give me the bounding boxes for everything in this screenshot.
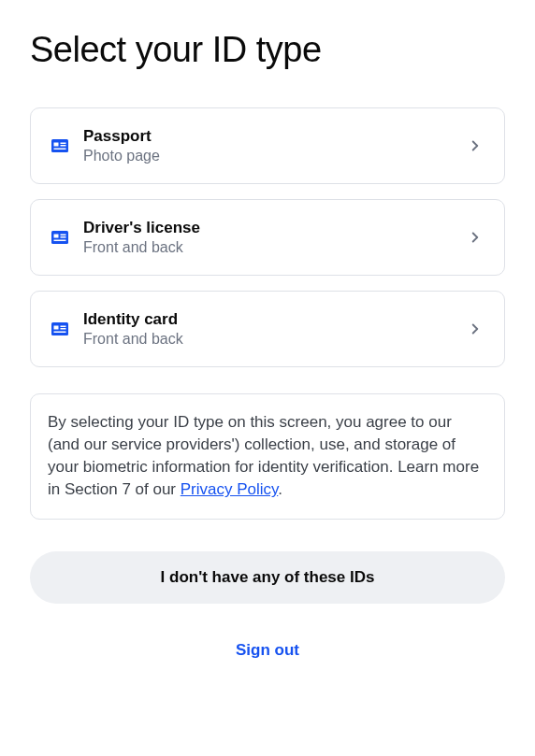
id-card-icon — [51, 139, 68, 152]
chevron-right-icon — [467, 321, 484, 337]
chevron-right-icon — [467, 137, 484, 154]
id-option-subtitle: Front and back — [83, 331, 467, 348]
disclaimer-box: By selecting your ID type on this screen… — [30, 393, 505, 520]
svg-rect-8 — [61, 236, 66, 238]
id-option-passport[interactable]: Passport Photo page — [30, 107, 505, 184]
page-title: Select your ID type — [30, 30, 505, 70]
id-option-text: Passport Photo page — [83, 127, 467, 164]
id-option-drivers-license[interactable]: Driver's license Front and back — [30, 199, 505, 276]
id-option-text: Identity card Front and back — [83, 310, 467, 348]
id-option-text: Driver's license Front and back — [83, 219, 467, 256]
id-option-identity-card[interactable]: Identity card Front and back — [30, 291, 505, 367]
svg-rect-11 — [54, 326, 59, 330]
id-card-icon — [51, 231, 68, 244]
disclaimer-text-after: . — [278, 480, 282, 498]
svg-rect-2 — [61, 143, 66, 145]
id-option-title: Identity card — [83, 310, 467, 329]
no-id-button[interactable]: I don't have any of these IDs — [30, 551, 505, 604]
svg-rect-1 — [54, 143, 59, 147]
id-option-subtitle: Photo page — [83, 148, 467, 164]
privacy-policy-link[interactable]: Privacy Policy — [181, 480, 279, 498]
id-option-subtitle: Front and back — [83, 239, 467, 256]
svg-rect-4 — [54, 149, 66, 150]
svg-rect-14 — [54, 332, 66, 334]
svg-rect-3 — [61, 145, 66, 147]
svg-rect-7 — [61, 235, 66, 236]
svg-rect-12 — [61, 326, 66, 328]
svg-rect-6 — [54, 235, 59, 238]
svg-rect-9 — [54, 240, 66, 242]
id-option-title: Passport — [83, 127, 467, 146]
chevron-right-icon — [467, 229, 484, 246]
id-option-title: Driver's license — [83, 219, 467, 237]
svg-rect-13 — [61, 328, 66, 330]
id-card-icon — [51, 322, 68, 335]
signout-button[interactable]: Sign out — [30, 628, 505, 673]
